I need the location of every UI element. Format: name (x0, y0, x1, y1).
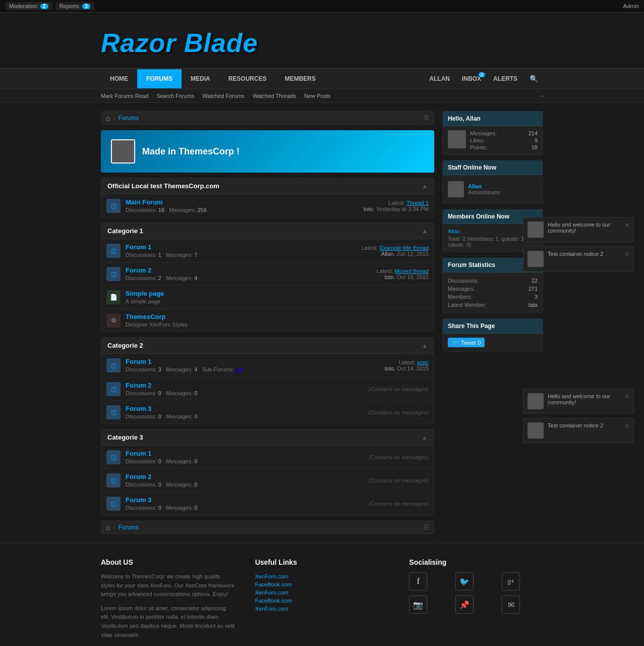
email-social-icon[interactable]: ✉ (502, 596, 520, 614)
forum-name-c1-themescorp[interactable]: ThemesCorp (126, 313, 429, 320)
nav-right: ALLAN INBOX 2 ALERTS 🔍 (424, 69, 543, 89)
staff-role: Administrator (468, 189, 501, 195)
subforums-link-c2-f1[interactable]: 3 ▾ (236, 366, 243, 372)
forum-name-c1-f2[interactable]: Forum 2 (126, 266, 353, 274)
forum-name-c2-f1[interactable]: Forum 1 (126, 358, 353, 365)
watched-forums-link[interactable]: Watched Forums (202, 93, 244, 99)
breadcrumb-home-icon[interactable]: ⌂ (106, 114, 110, 122)
nav-forums[interactable]: FORUMS (137, 69, 182, 88)
staff-name[interactable]: Allan (468, 183, 501, 189)
tweet-button[interactable]: 🐦 Tweet 0 (448, 338, 485, 347)
reports-count: 3 (82, 4, 90, 9)
bottom-breadcrumb-inner: ⌂ › Forums (106, 523, 139, 531)
forum-meta-c3-f1: Discussions: 0 Messages: 0 (126, 458, 353, 464)
category-official: Official Local test ThemesCorp.com ▲ ◫ M… (101, 178, 434, 218)
forum-name-c2-f2[interactable]: Forum 2 (126, 382, 353, 389)
hero-banner: Made in ThemesCorp ! (101, 130, 434, 173)
category-toggle-official[interactable]: ▲ (422, 183, 428, 190)
hello-box-header: Hello, Allan (443, 112, 543, 126)
nav-resources[interactable]: RESOURCES (219, 69, 276, 88)
notif-close-2[interactable]: ✕ (624, 251, 629, 258)
bottom-breadcrumb-menu-icon[interactable]: ☰ (424, 524, 429, 531)
latest-thread-c1-f2[interactable]: Moved thread (395, 268, 429, 274)
points-val: 18 (532, 144, 538, 150)
category-toggle-3[interactable]: ▲ (422, 434, 428, 441)
forum-icon-c2-f3: ◫ (106, 405, 121, 419)
notif-avatar-1 (528, 222, 544, 238)
forum-latest-c2-f1: Latest: qzqc toto, Oct 14, 2015 (358, 359, 429, 371)
forum-meta-c2-f3: Discussions: 0 Messages: 0 (126, 413, 353, 419)
pinterest-icon[interactable]: 📌 (455, 596, 474, 614)
nav-inbox[interactable]: INBOX 2 (457, 69, 486, 88)
notif-avatar-3 (528, 393, 544, 409)
forum-latest-c1-f2: Latest: Moved thread toto, Oct 19, 2015 (358, 268, 429, 280)
nav-home[interactable]: HOME (101, 69, 137, 88)
likes-label: Likes: (470, 137, 485, 143)
forum-name-c3-f2[interactable]: Forum 2 (126, 473, 353, 480)
search-icon[interactable]: 🔍 (524, 69, 543, 89)
forum-row-c2-f1: ◫ Forum 1 Discussions: 3 Messages: 4 Sub… (101, 354, 434, 378)
new-posts-link[interactable]: New Posts (304, 93, 331, 99)
notif-close-1[interactable]: ✕ (624, 222, 629, 229)
bottom-breadcrumb-forums-link[interactable]: Forums (118, 524, 139, 531)
forum-name-c3-f3[interactable]: Forum 3 (126, 496, 353, 504)
category-header-3: Categorie 3 ▲ (101, 429, 434, 446)
discussions-val: 22 (532, 278, 538, 284)
notif-text-3: Hello and welcome to our community! (548, 393, 620, 405)
forum-row-c1-page: 📄 Simple page A simple page (101, 286, 434, 309)
category-title-2: Categorie 2 (107, 342, 143, 349)
category-toggle-1[interactable]: ▲ (422, 228, 428, 235)
forum-name-c1-page[interactable]: Simple page (126, 290, 429, 297)
latest-thread-c2-f1[interactable]: qzqc (417, 359, 429, 365)
nav-username[interactable]: ALLAN (424, 69, 455, 88)
bottom-breadcrumb-home-icon[interactable]: ⌂ (106, 523, 110, 531)
forum-icon-c1-f1: ◫ (106, 244, 121, 258)
stat-discussions: Discussions: 22 (448, 277, 538, 285)
facebook-icon[interactable]: f (409, 572, 427, 590)
category-header-1: Categorie 1 ▲ (101, 223, 434, 239)
footer-link-5[interactable]: XenForo.com (255, 605, 389, 613)
forum-name-c1-f1[interactable]: Forum 1 (126, 243, 353, 251)
hello-points-row: Points: 18 (470, 144, 538, 150)
site-logo[interactable]: Razor Blade (101, 28, 644, 58)
breadcrumb-inner: ⌂ › Forums (106, 114, 139, 122)
instagram-icon[interactable]: 📷 (409, 596, 427, 614)
search-forums-link[interactable]: Search Forums (156, 93, 194, 99)
footer-link-3[interactable]: XenForo.com (255, 588, 389, 597)
footer-link-2[interactable]: FaceBook.com (255, 580, 389, 588)
staff-info: Allan Administrator (468, 183, 501, 195)
forum-main-c3-f1: Forum 1 Discussions: 0 Messages: 0 (126, 450, 353, 464)
forum-main-c3-f3: Forum 3 Discussions: 0 Messages: 0 (126, 496, 353, 511)
forum-latest-main: Latest: Thread 1 toto, Yesterday at 3:34… (358, 200, 429, 212)
google-plus-icon[interactable]: g+ (502, 572, 520, 590)
reports-badge[interactable]: Reports: 3 (55, 2, 94, 10)
nav-media[interactable]: MEDIA (182, 69, 219, 88)
category-toggle-2[interactable]: ▲ (422, 342, 428, 349)
forum-meta-main: Discussions: 16 Messages: 256 (126, 207, 353, 213)
moderation-badge[interactable]: Moderation: 2 (5, 2, 52, 10)
notif-item-1: Hello and welcome to our community! ✕ (523, 217, 634, 242)
breadcrumb-forums-link[interactable]: Forums (118, 115, 139, 122)
forum-name-c3-f1[interactable]: Forum 1 (126, 450, 353, 457)
forum-name-c2-f3[interactable]: Forum 3 (126, 405, 353, 412)
nav-alerts[interactable]: ALERTS (488, 69, 522, 88)
notif-text-4: Test container notice 2 (548, 422, 620, 428)
forum-name-main[interactable]: Main Forum (126, 198, 353, 206)
notif-close-4[interactable]: ✕ (624, 422, 629, 429)
points-label: Points: (470, 144, 487, 150)
footer-link-1[interactable]: XenForo.com (255, 572, 389, 580)
nav-links: HOME FORUMS MEDIA RESOURCES MEMBERS (101, 69, 325, 88)
twitter-social-icon[interactable]: 🐦 (455, 572, 474, 590)
nav-members[interactable]: MEMBERS (276, 69, 325, 88)
stat-latest-member: Latest Member: tata (448, 301, 538, 309)
notif-close-3[interactable]: ✕ (624, 393, 629, 400)
hello-likes-row: Likes: 9 (470, 137, 538, 143)
category-title-official: Official Local test ThemesCorp.com (107, 182, 219, 190)
breadcrumb-menu-icon[interactable]: ☰ (424, 115, 429, 122)
latest-thread-c1-f1[interactable]: Example title thread (380, 245, 429, 251)
latest-thread-main[interactable]: Thread 1 (406, 200, 429, 206)
admin-bar: Moderation: 2 Reports: 3 Admin (0, 0, 644, 13)
mark-forums-read-link[interactable]: Mark Forums Read (101, 93, 148, 99)
watched-threads-link[interactable]: Watched Threads (253, 93, 296, 99)
footer-link-4[interactable]: FaceBook.com (255, 597, 389, 605)
